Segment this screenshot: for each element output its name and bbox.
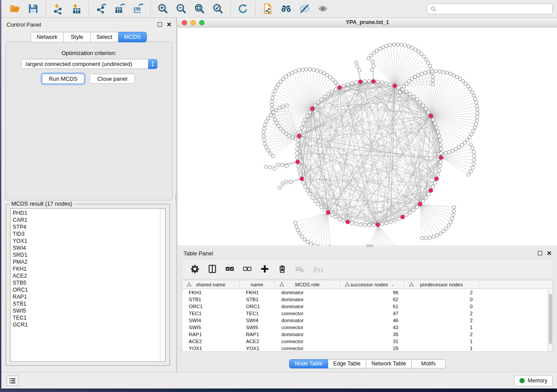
network-node[interactable] — [408, 92, 412, 96]
network-node[interactable] — [299, 173, 302, 176]
network-node[interactable] — [405, 82, 408, 86]
network-node[interactable] — [277, 83, 280, 86]
network-node[interactable] — [308, 193, 311, 196]
mcds-result-item[interactable]: STB5 — [13, 279, 159, 286]
mcds-result-item[interactable]: GCR1 — [13, 321, 159, 328]
network-node[interactable] — [427, 70, 431, 74]
save-session-button[interactable] — [24, 1, 42, 16]
network-node[interactable] — [431, 79, 435, 83]
network-node[interactable] — [474, 97, 477, 101]
network-node[interactable] — [452, 213, 455, 217]
network-node[interactable] — [392, 43, 396, 46]
network-node[interactable] — [291, 136, 294, 139]
network-node[interactable] — [436, 173, 440, 176]
network-node[interactable] — [279, 80, 282, 83]
network-node[interactable] — [411, 46, 414, 50]
network-node[interactable] — [372, 224, 375, 227]
network-node[interactable] — [342, 219, 346, 222]
network-node[interactable] — [438, 70, 442, 73]
network-node[interactable] — [398, 91, 401, 94]
table-row[interactable]: RAP1RAP1dominator352 — [182, 331, 553, 338]
network-node[interactable] — [354, 222, 358, 226]
network-node[interactable] — [439, 143, 443, 146]
network-node[interactable] — [451, 149, 454, 152]
network-node[interactable] — [359, 223, 362, 227]
network-node[interactable] — [334, 88, 337, 91]
mcds-result-item[interactable]: SWI4 — [13, 244, 159, 251]
network-node[interactable] — [262, 134, 266, 138]
network-node[interactable] — [363, 224, 367, 227]
export-table-button[interactable] — [111, 1, 129, 16]
network-node[interactable] — [389, 43, 392, 47]
table-row[interactable]: ACE2ACE2connector311 — [182, 338, 553, 345]
column-header-successor-nodes[interactable]: successor nodes⌄ — [340, 280, 405, 289]
network-node[interactable] — [469, 170, 473, 173]
network-node[interactable] — [289, 180, 293, 184]
network-node[interactable] — [450, 217, 454, 220]
network-node[interactable] — [452, 73, 456, 77]
mcds-list-scrollbar[interactable] — [160, 209, 165, 361]
network-node[interactable] — [428, 236, 432, 240]
mcds-result-item[interactable]: PHD1 — [13, 210, 159, 217]
network-node[interactable] — [410, 77, 414, 81]
network-node[interactable] — [358, 69, 361, 72]
mcds-hub-node[interactable] — [429, 114, 433, 118]
network-node[interactable] — [287, 73, 291, 76]
network-node[interactable] — [308, 110, 311, 114]
tab-motifs[interactable]: Motifs — [412, 359, 446, 368]
network-node[interactable] — [367, 224, 371, 227]
network-node[interactable] — [331, 78, 335, 82]
network-node[interactable] — [447, 224, 450, 227]
select-all-columns-button[interactable] — [222, 261, 237, 276]
mcds-hub-node[interactable] — [439, 156, 443, 160]
network-node[interactable] — [275, 121, 278, 124]
network-node[interactable] — [326, 92, 330, 96]
network-node[interactable] — [436, 234, 439, 237]
network-node[interactable] — [295, 147, 299, 151]
network-node[interactable] — [407, 45, 411, 48]
network-node[interactable] — [350, 221, 354, 225]
network-node[interactable] — [427, 193, 430, 196]
network-node[interactable] — [356, 65, 359, 68]
column-header-predecessor-nodes[interactable]: predecessor nodes — [405, 280, 479, 289]
column-header-MCDS-role[interactable]: MCDS role — [275, 280, 340, 289]
network-node[interactable] — [400, 43, 403, 47]
zoom-out-button[interactable] — [172, 1, 190, 16]
network-node[interactable] — [367, 79, 371, 83]
network-node[interactable] — [329, 76, 332, 79]
network-node[interactable] — [270, 100, 274, 103]
network-node[interactable] — [423, 71, 427, 75]
network-node[interactable] — [263, 123, 267, 127]
search-box[interactable] — [427, 3, 553, 14]
network-node[interactable] — [363, 79, 367, 83]
network-node[interactable] — [370, 68, 374, 72]
network-node[interactable] — [449, 72, 452, 76]
mcds-result-item[interactable]: CAR1 — [13, 217, 159, 224]
mcds-hub-node[interactable] — [372, 79, 376, 83]
network-node[interactable] — [263, 138, 266, 142]
network-node[interactable] — [442, 70, 445, 74]
network-node[interactable] — [275, 108, 278, 112]
network-node[interactable] — [403, 44, 407, 47]
network-node[interactable] — [420, 237, 424, 240]
tab-mcds[interactable]: MCDS — [118, 32, 147, 42]
mcds-hub-node[interactable] — [300, 177, 304, 181]
export-network-button[interactable] — [92, 1, 111, 16]
network-node[interactable] — [471, 166, 474, 169]
network-node[interactable] — [422, 199, 425, 203]
network-window-titlebar[interactable]: YPA_prune.txt_1 — [178, 18, 557, 28]
network-node[interactable] — [287, 134, 291, 138]
network-node[interactable] — [302, 122, 305, 125]
network-node[interactable] — [297, 165, 300, 168]
network-node[interactable] — [294, 70, 298, 73]
network-node[interactable] — [316, 203, 320, 206]
network-node[interactable] — [284, 75, 288, 79]
network-node[interactable] — [277, 163, 280, 166]
unselect-all-columns-button[interactable] — [240, 261, 255, 276]
network-from-selection-button[interactable] — [259, 1, 277, 16]
network-node[interactable] — [306, 240, 309, 244]
network-node[interactable] — [408, 211, 412, 214]
network-node[interactable] — [472, 150, 475, 154]
network-node[interactable] — [320, 206, 323, 209]
mcds-result-item[interactable]: TEC1 — [13, 314, 159, 321]
